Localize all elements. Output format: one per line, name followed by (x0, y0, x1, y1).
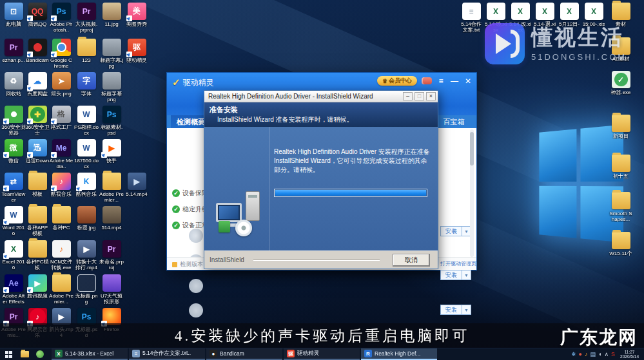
tray-icon[interactable]: ♪ (585, 351, 588, 357)
desktop-icon-docx-file[interactable]: WPS教程.docx (74, 106, 99, 136)
minimize-button[interactable]: — (450, 77, 459, 85)
desktop-icon-teamviewer[interactable]: ⇄TeamViewer (1, 173, 26, 203)
desktop-icon-psd-file[interactable]: Ps标题素材.psd (99, 106, 124, 136)
desktop-icon-wechat[interactable]: 微微信 (1, 139, 26, 164)
menu-icon[interactable]: ≡ (436, 77, 445, 85)
desktop-icon-folder-premiere[interactable]: Adobe Premier... (99, 173, 124, 203)
check-icon: ✓ (172, 222, 180, 229)
shortcut-arrow-icon (27, 52, 33, 57)
tray-icon[interactable]: ▤ (590, 351, 596, 357)
setup-illustration (213, 191, 265, 243)
desktop-icon-jpg-file[interactable]: 11.jpg (99, 3, 124, 27)
desktop-icon-image-file[interactable]: U7天气预报原形华... (99, 274, 124, 305)
desktop-icon-folder-new-project[interactable]: 新项目 (609, 115, 633, 139)
desktop-icon-chrome[interactable]: Google Chrome (49, 39, 73, 69)
scrollbar[interactable] (470, 129, 474, 257)
dialog-close-button[interactable]: × (426, 92, 436, 100)
desktop-icon-driver-genius[interactable]: 驱驱动精灵 (124, 39, 149, 63)
desktop-icon-meitu[interactable]: 美美图秀秀 (124, 3, 149, 27)
driver-manage-link[interactable]: 打开驱动管理页 (440, 260, 476, 267)
start-button[interactable] (0, 348, 17, 360)
desktop-icon-bandicam[interactable]: Bandicam (25, 39, 50, 63)
desktop-icon-baidu-pan[interactable]: ☁百度网盘 (25, 72, 50, 97)
taskbar-clock[interactable]: 11:27 2020/5/14 (618, 350, 641, 359)
tray-icon[interactable]: ∧ (604, 351, 609, 357)
vip-badge[interactable]: ♛ 会员中心 (377, 76, 417, 86)
task-excel-icon: X (55, 350, 63, 357)
desktop-icon-excel[interactable]: XExcel 2016 (1, 240, 26, 270)
desktop-icon-docx-file[interactable]: W187550.docx (74, 139, 99, 169)
file-explorer-button[interactable] (17, 348, 32, 360)
desktop-icon-folder-pc[interactable]: 各种PC (49, 206, 73, 231)
desktop-icon-safe-360[interactable]: ✚360安全卫士 (25, 106, 50, 136)
desktop-icon-jpg-file[interactable]: 粉霞.jpg (74, 206, 99, 231)
desktop-icon-qq[interactable]: QQ腾讯QQ (25, 3, 50, 27)
desktop-icon-prproj-file[interactable]: Prezhan.p... (1, 39, 26, 63)
step-title: 准备安装 (210, 105, 238, 115)
desktop-icon-folder-w15[interactable]: W15-11个 (609, 232, 633, 256)
prproj-file-icon: Pr (102, 240, 121, 258)
desktop-icon-folder-premiere[interactable]: Adobe Premier... (49, 274, 73, 305)
cancel-button[interactable]: 取消 (393, 254, 430, 267)
browser-360-button[interactable] (32, 348, 48, 360)
close-button[interactable]: ✕ (463, 77, 473, 85)
desktop-icon-prproj-file[interactable]: Pr大头视频.prproj (74, 3, 99, 33)
desktop-icon-kuaishou[interactable]: ▶快手 (99, 139, 124, 164)
dialog-minimize-button[interactable]: – (403, 92, 413, 100)
icon-label: NCM文件转换.exe (49, 259, 73, 270)
desktop-icon-fonts[interactable]: 字字体 (74, 72, 99, 97)
task-driver-genius[interactable]: 驱驱动精灵 (284, 348, 360, 360)
game-center-icon[interactable] (422, 77, 432, 84)
desktop-icon-this-pc[interactable]: ⊡此电脑 (1, 3, 26, 27)
desktop-icon-tencent-video[interactable]: ▶腾讯视频 (25, 274, 50, 299)
desktop-icon-media-encoder[interactable]: MeAdobe Media.. (49, 139, 73, 169)
task-realtek-installer[interactable]: RRealtek High Def... (361, 348, 437, 360)
desktop-icon-folder-123[interactable]: 123 (74, 39, 99, 63)
desktop-icon-folder-chushiwu[interactable]: 初十五 (609, 155, 633, 179)
tab-toolbox[interactable]: 百宝箱 (435, 115, 473, 128)
desktop-icon-png-file[interactable]: ➤箭头.png (49, 72, 73, 97)
install-dropdown[interactable]: ▼ (462, 270, 471, 280)
desktop-icon-prproj-file[interactable]: Pr未命名.prproj (99, 240, 124, 270)
desktop-icon-ncm-converter[interactable]: ♪NCM文件转换.exe (49, 240, 73, 270)
install-dropdown[interactable]: ▼ (462, 305, 471, 315)
desktop-icon-mp4-file[interactable]: ▶5.14.mp4 (124, 173, 149, 197)
firefox-icon (102, 308, 121, 325)
desktop-icon-recycle-bin[interactable]: ♻回收站 (1, 72, 26, 97)
desktop-icon-kugou-music[interactable]: K酷狗音乐 (74, 173, 99, 197)
desktop-icon-folder-smooth-shapes[interactable]: Smooth Shapes... (609, 192, 633, 222)
desktop-icon-folder-template[interactable]: 模板 (25, 173, 50, 197)
tray-icon[interactable]: ◖ (598, 351, 601, 357)
task-excel[interactable]: X5.14-3B.xlsx - Excel (52, 348, 128, 360)
dialog-maximize-button[interactable]: □ (415, 92, 424, 100)
shortcut-arrow-icon (76, 185, 82, 191)
desktop-icon-txt-file[interactable]: ≡5.14合作文案.txt (459, 3, 483, 33)
desktop-icon-folder-pc-templates[interactable]: 各种PC模板 (25, 240, 50, 270)
desktop-icon-format-factory[interactable]: 格格式工厂 (49, 106, 73, 130)
desktop-icon-folder-app-templates[interactable]: 各种APP模板 (25, 206, 50, 236)
jpg-file-icon (102, 39, 121, 56)
task-notepad[interactable]: ≡5.14合作左文案.txt.. (129, 348, 205, 360)
desktop-icon-png-file[interactable]: 无标题.png (74, 274, 99, 305)
desktop-icon-png-file[interactable]: 标题字幕 png (99, 72, 124, 102)
task-bandicam[interactable]: ●Bandicam (206, 348, 282, 360)
tray-icon[interactable]: ● (579, 351, 582, 357)
tray-icon[interactable]: S (611, 351, 615, 357)
desktop-icon-xunlei[interactable]: 迅迅雷Down (25, 139, 50, 164)
tray-icon[interactable]: ❄ (571, 351, 576, 357)
desktop-icon-word[interactable]: WWord 2016 (1, 206, 26, 236)
install-button[interactable]: 安装 (440, 270, 462, 280)
desktop-icon-shenqi-exe[interactable]: ✓神器.exe (609, 71, 633, 95)
desktop-icon-photoshop[interactable]: PsAdobe Photosh.. (49, 3, 73, 33)
shortcut-arrow-icon (27, 118, 33, 124)
desktop-icon-browser-360[interactable]: 360安全浏览器 (1, 106, 26, 136)
desktop-icon-jpg-file[interactable]: 标题字幕.jpg (99, 39, 124, 69)
desktop-icon-after-effects[interactable]: AeAdobe After Effects 2020 (1, 274, 26, 305)
desktop-icon-mp4-file[interactable]: ▶转换十大排行.mp4 (74, 240, 99, 270)
scrollbar-thumb[interactable] (470, 132, 474, 166)
desktop-icon-mp4-file[interactable]: 514.mp4 (99, 206, 124, 231)
install-button[interactable]: 安装 (440, 226, 462, 236)
desktop-icon-kuwo-music[interactable]: ♪酷我音乐 (49, 173, 73, 197)
install-button[interactable]: 安装 (440, 305, 462, 315)
psd-file-icon: Ps (102, 106, 121, 123)
